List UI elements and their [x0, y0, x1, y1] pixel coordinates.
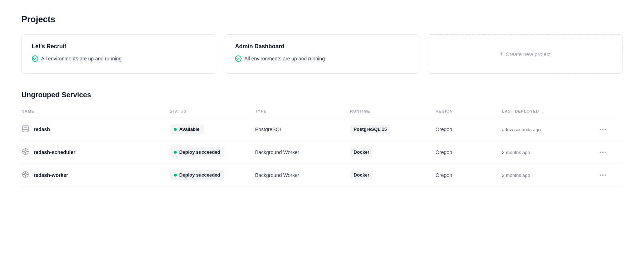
services-table: NAME STATUS TYPE RUNTIME REGION LAST DEP… [21, 109, 623, 187]
dot-menu-icon [602, 152, 604, 153]
status-check-icon [235, 55, 241, 62]
status-label: Deploy succeeded [179, 149, 220, 155]
service-type: PostgreSQL [255, 127, 282, 132]
service-name-cell: redash-worker [21, 170, 158, 179]
table-row[interactable]: redash-worker Deploy succeeded Backgroun… [21, 164, 623, 187]
last-deployed-text: a few seconds ago [502, 127, 541, 132]
project-status-text: All environments are up and running [244, 56, 325, 61]
col-header-actions [591, 109, 623, 118]
worker-icon [21, 170, 29, 179]
service-name: redash [34, 127, 50, 132]
create-project-label: + Create new project [500, 50, 551, 58]
dot-menu-icon [602, 174, 604, 176]
service-name: redash-worker [34, 172, 68, 178]
dot-menu-icon [605, 174, 606, 176]
projects-grid: Let's Recruit All environments are up an… [21, 34, 623, 74]
database-icon [21, 125, 29, 134]
row-actions-menu[interactable] [597, 127, 617, 132]
runtime-badge: Docker [350, 170, 373, 179]
status-badge: Deploy succeeded [170, 170, 224, 180]
service-name-cell: redash [21, 125, 158, 134]
row-actions-menu[interactable] [597, 173, 617, 177]
last-deployed-text: 2 months ago [502, 150, 530, 155]
service-type: Background Worker [255, 172, 299, 178]
col-header-name: NAME [21, 109, 164, 118]
runtime-badge: Docker [350, 148, 373, 157]
page-title: Projects [21, 14, 623, 24]
service-region: Oregon [435, 149, 452, 155]
project-card-status: All environments are up and running [32, 55, 206, 62]
table-row[interactable]: redash-scheduler Deploy succeeded Backgr… [21, 141, 623, 164]
status-check-icon [32, 55, 38, 62]
plus-icon: + [500, 50, 504, 58]
service-name: redash-scheduler [34, 149, 75, 155]
dot-menu-icon [602, 129, 604, 130]
col-header-last-deployed[interactable]: LAST DEPLOYED ↓ [496, 109, 591, 118]
service-type: Background Worker [255, 149, 299, 155]
section-title: Ungrouped Services [21, 91, 623, 99]
svg-point-2 [24, 150, 26, 153]
dot-menu-icon [600, 174, 601, 176]
status-badge: Available [170, 124, 204, 134]
dot-menu-icon [605, 152, 606, 153]
project-card-title: Admin Dashboard [235, 43, 409, 50]
service-name-cell: redash-scheduler [21, 148, 158, 157]
dot-menu-icon [605, 129, 606, 130]
col-header-runtime: RUNTIME [344, 109, 430, 118]
status-dot-icon [174, 151, 177, 154]
status-badge: Deploy succeeded [170, 147, 224, 157]
svg-point-0 [23, 125, 29, 128]
dot-menu-icon [600, 129, 601, 130]
table-row[interactable]: redash Available PostgreSQL PostgreSQL 1… [21, 118, 623, 141]
status-dot-icon [174, 174, 177, 177]
dot-menu-icon [600, 152, 601, 153]
ungrouped-services-section: Ungrouped Services NAME STATUS TYPE RUNT… [21, 91, 623, 187]
runtime-badge: PostgreSQL 15 [350, 125, 390, 134]
create-project-card[interactable]: + Create new project [428, 34, 623, 74]
project-card-admin-dashboard[interactable]: Admin Dashboard All environments are up … [225, 34, 419, 74]
project-card-status: All environments are up and running [235, 55, 409, 62]
project-status-text: All environments are up and running [41, 56, 122, 61]
project-card-title: Let's Recruit [32, 43, 206, 50]
sort-arrow-icon: ↓ [542, 109, 544, 113]
status-label: Available [179, 127, 200, 132]
col-header-type: TYPE [249, 109, 344, 118]
col-header-region: REGION [430, 109, 496, 118]
col-header-status: STATUS [164, 109, 249, 118]
service-region: Oregon [435, 127, 452, 132]
row-actions-menu[interactable] [597, 150, 617, 154]
last-deployed-text: 2 months ago [502, 173, 530, 178]
svg-point-8 [24, 173, 26, 175]
status-label: Deploy succeeded [179, 172, 220, 178]
status-dot-icon [174, 128, 177, 131]
service-region: Oregon [435, 172, 452, 178]
project-card-lets-recruit[interactable]: Let's Recruit All environments are up an… [21, 34, 216, 74]
worker-icon [21, 148, 29, 157]
